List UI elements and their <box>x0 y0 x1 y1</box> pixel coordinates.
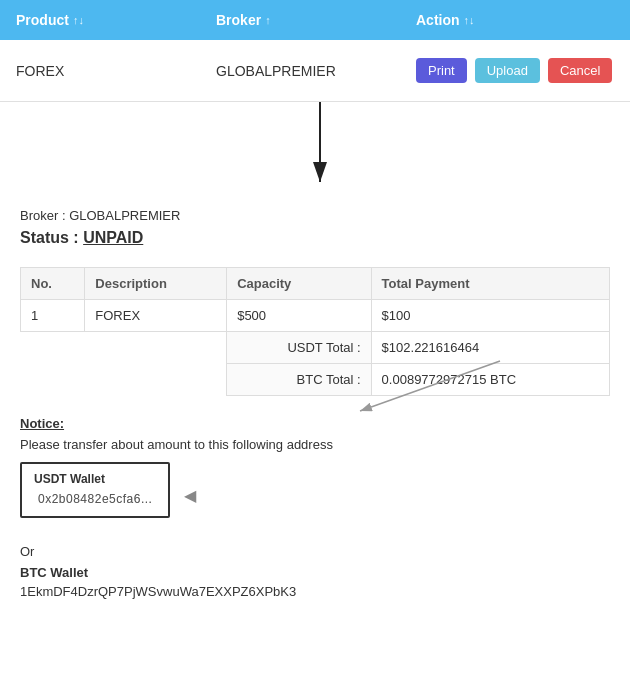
product-column-header[interactable]: Product ↑↓ <box>0 0 200 40</box>
cancel-button[interactable]: Cancel <box>548 58 612 83</box>
btc-wallet-address[interactable]: 1EkmDF4DzrQP7PjWSvwuWa7EXXPZ6XPbK3 <box>20 584 610 599</box>
action-cell: Print Upload Cancel <box>400 50 630 91</box>
btc-total-label: BTC Total : <box>227 364 371 396</box>
row-capacity: $500 <box>227 300 371 332</box>
usdt-wallet-address[interactable]: 0x2b08482e5cfa6... <box>34 490 156 508</box>
print-button[interactable]: Print <box>416 58 467 83</box>
broker-value: GLOBALPREMIER <box>216 63 336 79</box>
invoice-header-row: No. Description Capacity Total Payment <box>21 268 610 300</box>
usdt-total-value: $102.221616464 <box>371 332 609 364</box>
broker-info-label: Broker : <box>20 208 66 223</box>
action-header-label: Action <box>416 12 460 28</box>
table-header: Product ↑↓ Broker ↑ Action ↑↓ <box>0 0 630 40</box>
row-total: $100 <box>371 300 609 332</box>
usdt-arrow-icon: ◀ <box>184 486 196 505</box>
col-no: No. <box>21 268 85 300</box>
broker-sort-icon[interactable]: ↑ <box>265 14 271 26</box>
usdt-wallet-box: USDT Wallet 0x2b08482e5cfa6... <box>20 462 170 518</box>
info-section: Broker : GLOBALPREMIER Status : UNPAID <box>0 192 630 259</box>
down-arrow-svg <box>260 102 380 192</box>
usdt-total-row: USDT Total : $102.221616464 <box>21 332 610 364</box>
upload-button[interactable]: Upload <box>475 58 540 83</box>
usdt-total-label: USDT Total : <box>227 332 371 364</box>
invoice-data-row: 1 FOREX $500 $100 <box>21 300 610 332</box>
col-description: Description <box>85 268 227 300</box>
status-info-label: Status : <box>20 229 79 246</box>
status-info-value: UNPAID <box>83 229 143 246</box>
row-description: FOREX <box>85 300 227 332</box>
btc-total-value: 0.0089772972715 BTC <box>371 364 609 396</box>
row-no: 1 <box>21 300 85 332</box>
notice-section: Notice: Please transfer about amount to … <box>0 396 630 609</box>
or-text: Or <box>20 544 610 559</box>
notice-text: Please transfer about amount to this fol… <box>20 437 610 452</box>
status-info-line: Status : UNPAID <box>20 229 610 247</box>
notice-title: Notice: <box>20 416 610 431</box>
invoice-table: No. Description Capacity Total Payment 1… <box>20 267 610 396</box>
product-header-label: Product <box>16 12 69 28</box>
col-capacity: Capacity <box>227 268 371 300</box>
broker-cell: GLOBALPREMIER <box>200 55 400 87</box>
action-column-header[interactable]: Action ↑↓ <box>400 0 630 40</box>
btc-wallet-label: BTC Wallet <box>20 565 610 580</box>
arrow-container <box>0 102 630 192</box>
col-total-payment: Total Payment <box>371 268 609 300</box>
action-sort-icon[interactable]: ↑↓ <box>464 14 475 26</box>
btc-total-row: BTC Total : 0.0089772972715 BTC <box>21 364 610 396</box>
usdt-wallet-label: USDT Wallet <box>34 472 156 486</box>
table-row: FOREX GLOBALPREMIER Print Upload Cancel <box>0 40 630 102</box>
broker-header-label: Broker <box>216 12 261 28</box>
product-value: FOREX <box>16 63 64 79</box>
usdt-wallet-container: USDT Wallet 0x2b08482e5cfa6... ◀ <box>20 462 170 528</box>
broker-info-line: Broker : GLOBALPREMIER <box>20 208 610 223</box>
product-cell: FOREX <box>0 55 200 87</box>
broker-column-header[interactable]: Broker ↑ <box>200 0 400 40</box>
invoice-section: No. Description Capacity Total Payment 1… <box>0 267 630 396</box>
broker-info-value: GLOBALPREMIER <box>69 208 180 223</box>
product-sort-icon[interactable]: ↑↓ <box>73 14 84 26</box>
